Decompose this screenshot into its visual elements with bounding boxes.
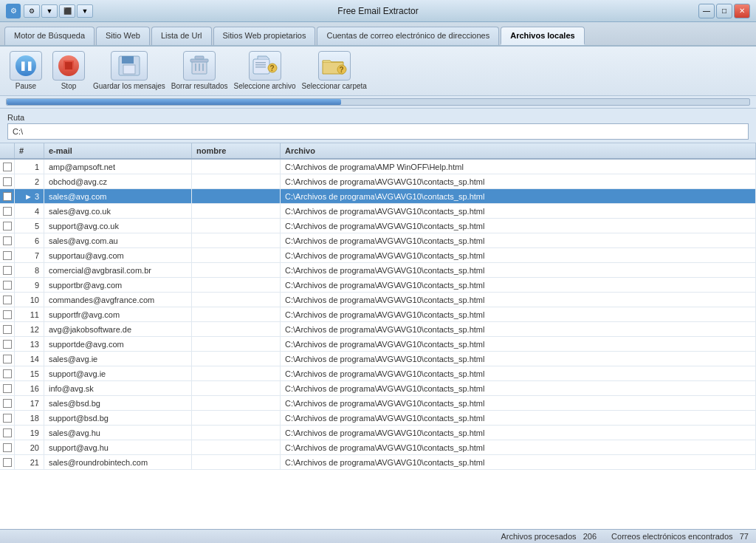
checkbox-small bbox=[3, 251, 12, 260]
table-row[interactable]: 2obchod@avg.czC:\Archivos de programa\AV… bbox=[0, 174, 756, 189]
toolbar-small-btn2[interactable]: ▼ bbox=[41, 4, 58, 18]
table-row[interactable]: 19sales@avg.huC:\Archivos de programa\AV… bbox=[0, 426, 756, 440]
table-row[interactable]: 15support@avg.ieC:\Archivos de programa\… bbox=[0, 366, 756, 381]
checkbox-small bbox=[3, 207, 12, 216]
row-checkbox[interactable] bbox=[0, 263, 15, 277]
table-row[interactable]: 4sales@avg.co.ukC:\Archivos de programa\… bbox=[0, 204, 756, 219]
progress-area bbox=[0, 96, 756, 109]
toolbar-small-btn4[interactable]: ▼ bbox=[77, 4, 93, 18]
row-checkbox[interactable] bbox=[0, 293, 15, 307]
col-archivo: Archivo bbox=[281, 143, 756, 158]
svg-rect-1 bbox=[122, 56, 134, 64]
toolbar-small-btn3[interactable]: ⬛ bbox=[59, 4, 75, 18]
row-checkbox[interactable] bbox=[0, 204, 15, 218]
app-icon: ⚙ bbox=[6, 4, 21, 18]
row-nombre bbox=[192, 337, 281, 351]
checkbox-small bbox=[3, 428, 12, 437]
save-icon bbox=[111, 51, 148, 81]
toolbar-small-btn1[interactable]: ⚙ bbox=[24, 4, 40, 18]
row-nombre bbox=[192, 426, 281, 440]
row-checkbox[interactable] bbox=[0, 396, 15, 410]
table-row[interactable]: 8comercial@avgbrasil.com.brC:\Archivos d… bbox=[0, 263, 756, 278]
row-archivo: C:\Archivos de programa\AMP WinOFF\Help.… bbox=[281, 160, 756, 174]
row-checkbox[interactable] bbox=[0, 160, 15, 174]
row-checkbox[interactable] bbox=[0, 426, 15, 440]
row-email: support@avg.ie bbox=[44, 366, 192, 380]
archivos-value: 206 bbox=[583, 532, 597, 541]
row-checkbox[interactable] bbox=[0, 337, 15, 351]
row-nombre bbox=[192, 174, 281, 188]
row-checkbox[interactable] bbox=[0, 174, 15, 188]
correos-encontrados-label: Correos electrónicos encontrados 77 bbox=[611, 532, 749, 541]
table-row[interactable]: 7supportau@avg.comC:\Archivos de program… bbox=[0, 248, 756, 263]
minimize-button[interactable]: — bbox=[698, 4, 715, 18]
row-archivo: C:\Archivos de programa\AVG\AVG10\contac… bbox=[281, 248, 756, 262]
row-email: sales@avg.com bbox=[44, 189, 192, 203]
row-nombre bbox=[192, 396, 281, 410]
tab-listaurls[interactable]: Lista de Url bbox=[151, 27, 212, 45]
table-row[interactable]: 16info@avg.skC:\Archivos de programa\AVG… bbox=[0, 381, 756, 396]
select-folder-icon: ? bbox=[318, 51, 351, 81]
row-archivo: C:\Archivos de programa\AVG\AVG10\contac… bbox=[281, 381, 756, 395]
table-row[interactable]: 1amp@ampsoft.netC:\Archivos de programa\… bbox=[0, 160, 756, 174]
row-checkbox[interactable] bbox=[0, 307, 15, 321]
save-button[interactable]: Guardar los mensajes bbox=[93, 51, 165, 91]
table-row[interactable]: 12avg@jakobsoftware.deC:\Archivos de pro… bbox=[0, 322, 756, 337]
table-row[interactable]: 20support@avg.huC:\Archivos de programa\… bbox=[0, 440, 756, 455]
select-file-button[interactable]: ? Seleccione archivo bbox=[234, 51, 296, 91]
tab-archivos[interactable]: Archivos locales bbox=[501, 27, 584, 45]
tab-motor[interactable]: Motor de Búsqueda bbox=[4, 27, 94, 45]
row-num: 21 bbox=[15, 455, 44, 469]
table-row[interactable]: 9supportbr@avg.comC:\Archivos de program… bbox=[0, 278, 756, 293]
row-checkbox[interactable] bbox=[0, 189, 15, 203]
delete-button[interactable]: Borrar resultados bbox=[171, 51, 228, 91]
row-checkbox[interactable] bbox=[0, 366, 15, 380]
app-title: Free Email Extractor bbox=[337, 6, 418, 16]
row-checkbox[interactable] bbox=[0, 411, 15, 425]
pause-button[interactable]: ❚❚ Pause bbox=[7, 51, 44, 91]
table-row[interactable]: 14sales@avg.ieC:\Archivos de programa\AV… bbox=[0, 352, 756, 366]
checkbox-small bbox=[3, 192, 12, 201]
table-row[interactable]: ► 3sales@avg.comC:\Archivos de programa\… bbox=[0, 189, 756, 204]
table-row[interactable]: 13supportde@avg.comC:\Archivos de progra… bbox=[0, 337, 756, 352]
row-num: 18 bbox=[15, 411, 44, 425]
row-nombre bbox=[192, 366, 281, 380]
stop-button[interactable]: Stop bbox=[50, 51, 87, 91]
table-row[interactable]: 18support@bsd.bgC:\Archivos de programa\… bbox=[0, 411, 756, 426]
table-body[interactable]: 1amp@ampsoft.netC:\Archivos de programa\… bbox=[0, 160, 756, 529]
row-num: 19 bbox=[15, 426, 44, 440]
row-archivo: C:\Archivos de programa\AVG\AVG10\contac… bbox=[281, 426, 756, 440]
maximize-button[interactable]: □ bbox=[716, 4, 732, 18]
tab-sitioweb[interactable]: Sitio Web bbox=[96, 27, 150, 45]
row-num: 4 bbox=[15, 204, 44, 218]
stop-circle bbox=[58, 55, 79, 76]
table-row[interactable]: 21sales@roundrobintech.comC:\Archivos de… bbox=[0, 455, 756, 470]
table-row[interactable]: 17sales@bsd.bgC:\Archivos de programa\AV… bbox=[0, 396, 756, 411]
row-num: 10 bbox=[15, 293, 44, 307]
row-num: 5 bbox=[15, 219, 44, 233]
select-folder-button[interactable]: ? Seleccionar carpeta bbox=[301, 51, 366, 91]
row-archivo: C:\Archivos de programa\AVG\AVG10\contac… bbox=[281, 455, 756, 469]
row-checkbox[interactable] bbox=[0, 278, 15, 292]
row-checkbox[interactable] bbox=[0, 381, 15, 395]
status-bar: Archivos procesados 206 Correos electrón… bbox=[0, 529, 756, 543]
row-email: sales@bsd.bg bbox=[44, 396, 192, 410]
svg-rect-11 bbox=[255, 64, 266, 66]
tab-sitesweb[interactable]: Sitios Web propietarios bbox=[213, 27, 316, 45]
table-row[interactable]: 5support@avg.co.ukC:\Archivos de program… bbox=[0, 219, 756, 233]
ruta-input[interactable] bbox=[7, 123, 749, 140]
close-button[interactable]: ✕ bbox=[734, 4, 750, 18]
row-checkbox[interactable] bbox=[0, 219, 15, 233]
table-row[interactable]: 6sales@avg.com.auC:\Archivos de programa… bbox=[0, 233, 756, 248]
checkbox-small bbox=[3, 236, 12, 245]
svg-rect-2 bbox=[123, 65, 135, 74]
row-checkbox[interactable] bbox=[0, 455, 15, 469]
row-checkbox[interactable] bbox=[0, 233, 15, 247]
tab-cuentas[interactable]: Cuentas de correo electrónico de direcci… bbox=[317, 27, 499, 45]
table-row[interactable]: 11supportfr@avg.comC:\Archivos de progra… bbox=[0, 307, 756, 322]
row-checkbox[interactable] bbox=[0, 322, 15, 336]
row-checkbox[interactable] bbox=[0, 352, 15, 366]
row-checkbox[interactable] bbox=[0, 248, 15, 262]
row-checkbox[interactable] bbox=[0, 440, 15, 454]
table-row[interactable]: 10commandes@avgfrance.comC:\Archivos de … bbox=[0, 293, 756, 307]
